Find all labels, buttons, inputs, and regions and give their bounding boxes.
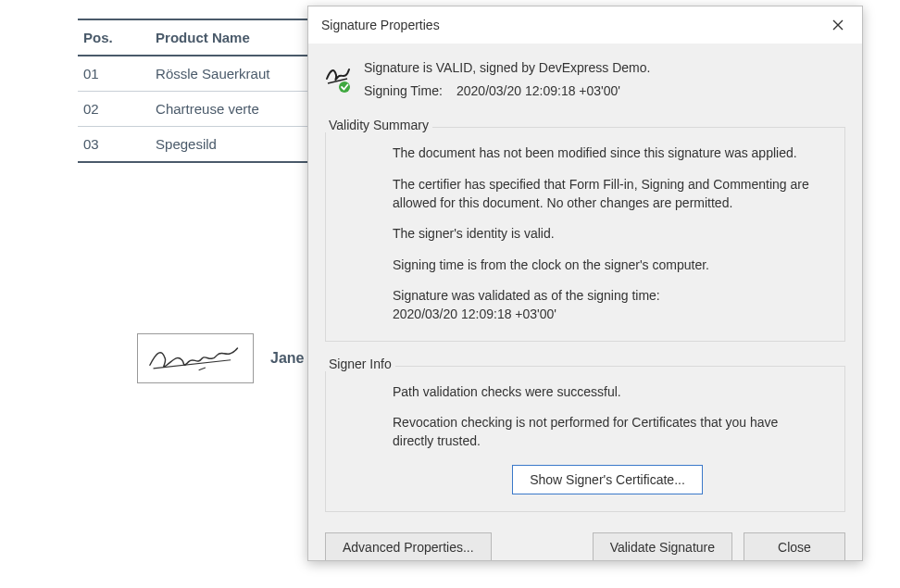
svg-point-0 [339, 81, 350, 93]
dialog-title-text: Signature Properties [321, 18, 440, 32]
signature-valid-icon [325, 62, 351, 94]
signing-time-value: 2020/03/20 12:09:18 +03'00' [456, 80, 620, 103]
dialog-titlebar: Signature Properties [308, 6, 862, 44]
signer-info-item: Path validation checks were successful. [393, 383, 822, 402]
validity-item: The signer's identity is valid. [393, 225, 822, 244]
validity-item: The certifier has specified that Form Fi… [393, 176, 822, 212]
close-button[interactable]: Close [744, 532, 845, 560]
validate-signature-button[interactable]: Validate Signature [593, 532, 732, 560]
signature-header-text: Signature is VALID, signed by DevExpress… [364, 56, 845, 103]
signer-info-title: Signer Info [325, 357, 395, 371]
signature-status-line: Signature is VALID, signed by DevExpress… [364, 56, 845, 80]
signing-time-row: Signing Time: 2020/03/20 12:09:18 +03'00… [364, 80, 845, 103]
validity-item: Signing time is from the clock on the si… [393, 256, 822, 275]
signer-info-item: Revocation checking is not performed for… [393, 414, 822, 450]
signer-info-group: Signer Info Path validation checks were … [325, 355, 845, 513]
validity-summary-title: Validity Summary [325, 118, 432, 132]
advanced-properties-button[interactable]: Advanced Properties... [325, 532, 492, 560]
signature-name-label: Jane [270, 350, 304, 367]
signature-area: Jane [137, 333, 304, 383]
validity-item: The document has not been modified since… [393, 144, 822, 163]
signature-properties-dialog: Signature Properties Signature is VALID,… [307, 6, 863, 561]
dialog-body: Signature is VALID, signed by DevExpress… [308, 44, 862, 560]
dialog-footer: Advanced Properties... Validate Signatur… [325, 532, 845, 560]
show-signers-certificate-button[interactable]: Show Signer's Certificate... [512, 465, 703, 494]
signing-time-label: Signing Time: [364, 80, 449, 103]
col-pos: Pos. [78, 19, 150, 56]
signature-header: Signature is VALID, signed by DevExpress… [325, 56, 845, 103]
close-icon[interactable] [823, 14, 853, 36]
handwritten-signature-icon [144, 340, 246, 377]
validity-summary-group: Validity Summary The document has not be… [325, 116, 845, 341]
signature-image[interactable] [137, 333, 254, 383]
validity-item: Signature was validated as of the signin… [393, 287, 822, 323]
